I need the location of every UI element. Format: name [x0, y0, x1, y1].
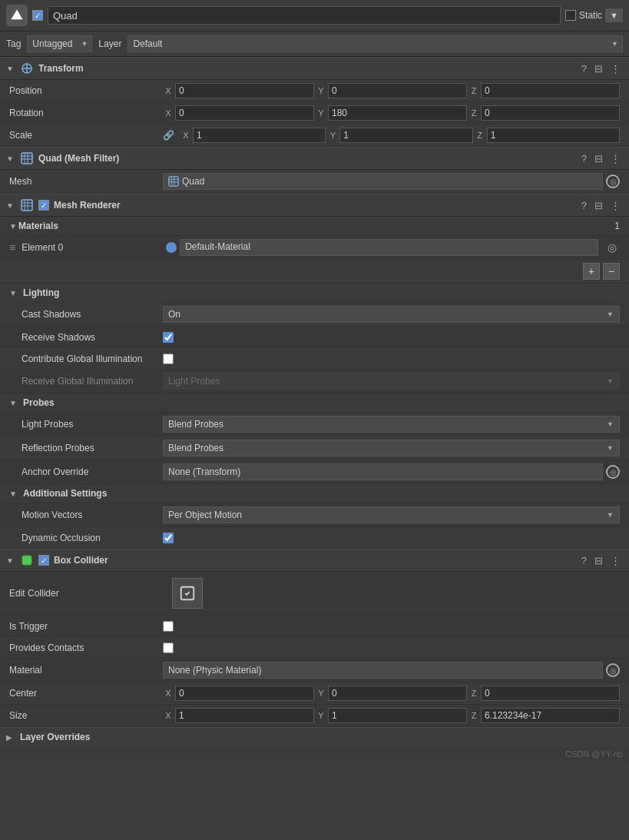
tag-dropdown-wrapper[interactable]: Untagged [27, 35, 92, 52]
center-x-input[interactable] [175, 686, 314, 701]
boxcollider-header[interactable]: ▼ ✓ Box Collider ? ⊟ ⋮ [0, 549, 629, 572]
additional-settings-header[interactable]: ▼ Additional Settings [0, 484, 629, 503]
contribute-gi-checkbox[interactable] [163, 354, 174, 364]
anchor-override-value: None (Transform) ◎ [163, 463, 620, 480]
meshrenderer-more-btn[interactable]: ⋮ [608, 200, 623, 211]
anchor-override-label: Anchor Override [9, 466, 163, 477]
light-probes-dropdown-wrapper[interactable]: Blend Probes [163, 416, 620, 433]
anchor-override-target-btn[interactable]: ◎ [606, 465, 620, 479]
meshrenderer-settings-btn[interactable]: ⊟ [592, 200, 605, 211]
active-checkbox[interactable]: ✓ [32, 10, 43, 21]
motion-vectors-select[interactable]: Per Object Motion [163, 506, 620, 523]
scale-x-input[interactable] [193, 128, 326, 143]
probes-header[interactable]: ▼ Probes [0, 393, 629, 413]
is-trigger-checkbox[interactable] [163, 621, 174, 632]
element-0-row: ≡ Element 0 Default-Material ◎ [0, 236, 629, 260]
boxcollider-more-btn[interactable]: ⋮ [608, 555, 623, 566]
scale-z-label: Z [475, 131, 485, 140]
element-drag-icon: ≡ [9, 241, 15, 254]
motion-vectors-dropdown-wrapper[interactable]: Per Object Motion [163, 506, 620, 523]
static-dropdown-btn[interactable]: ▼ [605, 8, 623, 22]
anchor-override-field: None (Transform) [163, 463, 603, 480]
receive-shadows-row: Receive Shadows [0, 327, 629, 348]
size-label: Size [9, 710, 163, 721]
size-y-input[interactable] [328, 708, 467, 723]
transform-icon [20, 61, 34, 75]
center-label: Center [9, 688, 163, 699]
boxcollider-help-btn[interactable]: ? [579, 555, 589, 566]
lighting-collapse-icon: ▼ [9, 289, 18, 297]
meshfilter-more-btn[interactable]: ⋮ [608, 153, 623, 164]
receive-shadows-checkbox[interactable] [163, 332, 174, 343]
light-probes-select[interactable]: Blend Probes [163, 416, 620, 433]
cast-shadows-dropdown-wrapper[interactable]: On [163, 306, 620, 323]
center-z-label: Z [468, 689, 479, 698]
layer-select[interactable]: Default [127, 35, 623, 52]
provides-contacts-checkbox[interactable] [163, 642, 174, 653]
edit-collider-label: Edit Collider [9, 588, 163, 599]
transform-header[interactable]: ▼ Transform ? ⊟ ⋮ [0, 57, 629, 80]
material-name-field: Default-Material [180, 239, 598, 256]
reflection-probes-dropdown-wrapper[interactable]: Blend Probes [163, 440, 620, 457]
tag-select[interactable]: Untagged [27, 35, 92, 52]
cast-shadows-row: Cast Shadows On [0, 303, 629, 327]
rotation-y-input[interactable] [328, 105, 467, 121]
is-trigger-row: Is Trigger [0, 616, 629, 637]
meshrenderer-header[interactable]: ▼ ✓ Mesh Renderer ? ⊟ ⋮ [0, 194, 629, 217]
transform-actions: ? ⊟ ⋮ [579, 63, 623, 75]
meshfilter-help-btn[interactable]: ? [579, 153, 589, 164]
mesh-target-btn[interactable]: ◎ [606, 174, 620, 188]
materials-collapse-icon: ▼ [9, 222, 18, 231]
position-y-input[interactable] [328, 83, 467, 98]
rotation-row: Rotation X Y Z [0, 102, 629, 125]
contribute-gi-row: Contribute Global Illumination [0, 348, 629, 370]
reflection-probes-row: Reflection Probes Blend Probes [0, 437, 629, 460]
add-material-btn[interactable]: + [583, 263, 600, 280]
material-value-wrapper: Default-Material [166, 239, 598, 256]
edit-collider-btn[interactable] [172, 578, 203, 609]
transform-more-btn[interactable]: ⋮ [608, 63, 623, 75]
lighting-header[interactable]: ▼ Lighting [0, 284, 629, 303]
receive-gi-value: Light Probes [163, 373, 620, 390]
boxcollider-active-checkbox[interactable]: ✓ [38, 555, 49, 566]
provides-contacts-row: Provides Contacts [0, 637, 629, 659]
meshfilter-header[interactable]: ▼ Quad (Mesh Filter) ? ⊟ ⋮ [0, 147, 629, 170]
scale-z-input[interactable] [487, 128, 620, 143]
svg-rect-14 [22, 200, 32, 211]
transform-settings-btn[interactable]: ⊟ [592, 63, 605, 75]
layer-dropdown-wrapper[interactable]: Default [127, 35, 623, 52]
cast-shadows-label: Cast Shadows [9, 309, 163, 320]
static-checkbox[interactable] [565, 10, 576, 21]
meshrenderer-active-checkbox[interactable]: ✓ [38, 200, 49, 211]
rotation-x-input[interactable] [175, 105, 314, 121]
position-x-input[interactable] [175, 83, 314, 98]
scale-y-label: Y [327, 131, 338, 140]
size-x-input[interactable] [175, 708, 314, 723]
rotation-z-label: Z [468, 108, 479, 118]
reflection-probes-select[interactable]: Blend Probes [163, 440, 620, 457]
material-target-btn[interactable]: ◎ [604, 241, 620, 254]
layer-overrides-header[interactable]: ▶ Layer Overrides [0, 727, 629, 746]
meshfilter-settings-btn[interactable]: ⊟ [592, 153, 605, 164]
remove-material-btn[interactable]: − [603, 263, 620, 280]
boxcollider-icon [20, 553, 34, 567]
collider-material-target-btn[interactable]: ◎ [606, 663, 620, 677]
rotation-z-input[interactable] [481, 105, 620, 121]
meshrenderer-check-icon: ✓ [41, 201, 47, 210]
rotation-xyz: X Y Z [163, 105, 620, 121]
receive-gi-select: Light Probes [163, 373, 620, 390]
object-name-input[interactable] [48, 6, 561, 25]
motion-vectors-value: Per Object Motion [163, 506, 620, 523]
dynamic-occlusion-checkbox[interactable] [163, 533, 174, 543]
cast-shadows-select[interactable]: On [163, 306, 620, 323]
position-z-input[interactable] [481, 83, 620, 98]
scale-row: Scale 🔗 X Y Z [0, 125, 629, 147]
meshfilter-icon [20, 151, 34, 165]
size-z-input[interactable] [481, 708, 620, 723]
transform-help-btn[interactable]: ? [579, 63, 589, 75]
center-y-input[interactable] [328, 686, 467, 701]
boxcollider-settings-btn[interactable]: ⊟ [592, 555, 605, 566]
scale-y-input[interactable] [339, 128, 472, 143]
meshrenderer-help-btn[interactable]: ? [579, 200, 589, 211]
center-z-input[interactable] [481, 686, 620, 701]
